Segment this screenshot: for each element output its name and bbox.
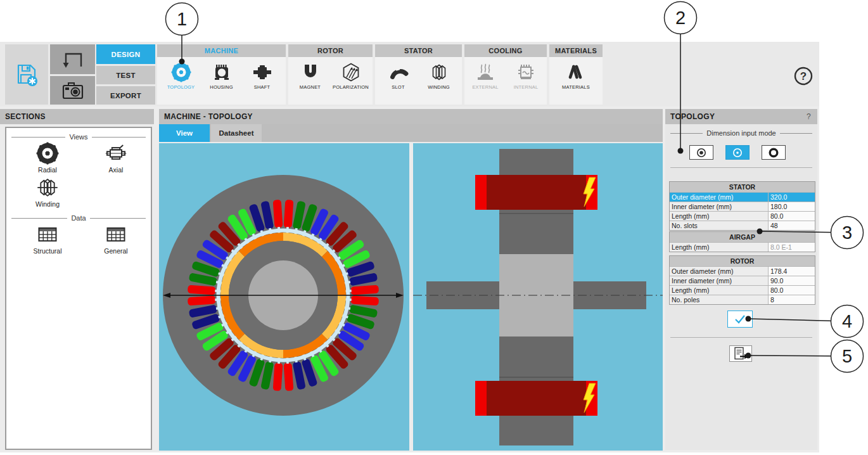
row-label: Outer diameter (mm) (670, 193, 769, 202)
radial-label: Radial (38, 166, 57, 174)
callout-number: 1 (177, 9, 187, 29)
radial-view-canvas[interactable] (159, 143, 409, 451)
table-row[interactable]: Length (mm) 80.0 (670, 211, 815, 221)
slot-icon (388, 62, 409, 82)
airgap-table-title: AIRGAP (670, 232, 815, 242)
sidebar-item-winding[interactable]: Winding (16, 176, 79, 208)
magnet-icon (300, 62, 321, 82)
sidebar-item-structural[interactable]: Structural (16, 223, 79, 255)
ribbon-group-cooling: COOLING EXTERNAL (464, 44, 547, 105)
tab-test[interactable]: TEST (96, 66, 155, 84)
sidebar-item-axial[interactable]: Axial (84, 142, 148, 174)
row-value[interactable]: 320.0 (769, 193, 815, 202)
axial-view-canvas[interactable] (413, 143, 663, 451)
winding-label: Winding (35, 200, 60, 208)
table-row[interactable]: Length (mm) 8.0 E-1 (670, 242, 815, 252)
row-value[interactable]: 8 (769, 295, 815, 304)
undo-arrow-icon (59, 49, 87, 70)
stator-yoke (499, 149, 573, 175)
tab-view[interactable]: View (159, 124, 210, 142)
rotor-table: ROTOR Outer diameter (mm) 178.4 Inner di… (669, 255, 815, 305)
row-label: Outer diameter (mm) (670, 267, 769, 276)
ribbon-group-rotor-title: ROTOR (288, 44, 373, 57)
outer-diameter-icon (768, 147, 779, 158)
callout-circle (665, 2, 697, 34)
rotor-core-axial (499, 210, 573, 254)
ribbon-item-polarization[interactable]: POLARIZATION (331, 59, 371, 90)
ribbon-group-rotor: ROTOR MAGNET POLARI (288, 44, 373, 105)
ribbon-item-slot[interactable]: SLOT (378, 59, 419, 90)
lamination-line (499, 377, 573, 378)
ribbon-group-stator-title: STATOR (375, 44, 462, 57)
stator-table-title: STATOR (670, 182, 815, 192)
row-value[interactable]: 90.0 (769, 276, 815, 285)
ribbon-item-winding[interactable]: WINDING (419, 59, 459, 90)
table-row[interactable]: Outer diameter (mm) 320.0 (670, 192, 815, 202)
svg-text:?: ? (800, 70, 807, 82)
rotor-core-axial (499, 336, 573, 381)
dimension-mode-legend: Dimension input mode (670, 129, 812, 137)
shaft-label: SHAFT (254, 84, 271, 90)
apply-button[interactable] (727, 311, 753, 328)
row-value[interactable]: 48 (769, 221, 815, 230)
tab-export[interactable]: EXPORT (96, 86, 155, 105)
row-label: No. slots (670, 221, 769, 230)
dimension-mode-inner-button[interactable] (689, 145, 713, 160)
ribbon-group-machine: MACHINE (157, 44, 286, 105)
row-label: Length (mm) (670, 243, 769, 252)
ribbon-item-magnet[interactable]: MAGNET (290, 59, 331, 90)
winding-view-icon (36, 176, 59, 199)
row-value[interactable]: 80.0 (769, 212, 815, 221)
table-row[interactable]: No. slots 48 (670, 221, 815, 230)
tab-design[interactable]: DESIGN (96, 44, 155, 64)
callout-circle (166, 3, 198, 35)
axial-label: Axial (109, 166, 124, 174)
row-value[interactable]: 180.0 (769, 202, 815, 211)
ribbon-item-materials[interactable]: MATERIALS (556, 59, 596, 90)
ribbon-item-external-cooling: EXTERNAL (465, 59, 506, 90)
export-report-button[interactable] (729, 345, 752, 362)
help-button[interactable]: ? (793, 66, 814, 86)
topology-panel-header: TOPOLOGY ? (665, 109, 817, 124)
external-cooling-icon (475, 62, 495, 82)
table-row[interactable]: Inner diameter (mm) 90.0 (670, 276, 815, 285)
row-label: Length (mm) (670, 286, 769, 295)
data-legend: Data (11, 214, 146, 222)
ribbon-item-housing[interactable]: HOUSING (201, 59, 242, 90)
tab-datasheet[interactable]: Datasheet (211, 124, 262, 142)
ribbon-item-topology[interactable]: TOPOLOGY (161, 59, 201, 90)
sidebar-item-general[interactable]: General (84, 223, 148, 255)
checkmark-icon (733, 314, 747, 325)
table-row[interactable]: Length (mm) 80.0 (670, 285, 815, 295)
dimension-mode-middle-button[interactable] (725, 145, 750, 160)
save-button[interactable] (5, 44, 48, 105)
application-window: DESIGN TEST EXPORT MACHINE (0, 0, 868, 455)
sidebar-item-radial[interactable]: Radial (16, 142, 79, 174)
camera-icon (60, 80, 86, 101)
stator-yoke (499, 416, 573, 445)
dimension-mode-outer-button[interactable] (762, 145, 786, 160)
views-legend: Views (11, 133, 146, 141)
undo-button[interactable] (50, 44, 95, 74)
sections-panel: Views (5, 127, 152, 450)
materials-icon (566, 62, 586, 82)
callout-number: 5 (842, 346, 852, 366)
magnet-label: MAGNET (300, 84, 321, 90)
row-label: Length (mm) (670, 212, 769, 221)
callout-circle (831, 305, 864, 338)
materials-label: MATERIALS (562, 84, 590, 90)
table-row[interactable]: Inner diameter (mm) 180.0 (670, 202, 815, 211)
table-row[interactable]: No. poles 8 (670, 295, 815, 304)
tab-design-label: DESIGN (112, 51, 141, 58)
ribbon-item-shaft[interactable]: SHAFT (242, 59, 283, 90)
screenshot-button[interactable] (50, 76, 95, 105)
row-value[interactable]: 178.4 (769, 267, 815, 276)
topology-panel-title: TOPOLOGY (670, 109, 715, 124)
table-row[interactable]: Outer diameter (mm) 178.4 (670, 266, 815, 276)
row-value[interactable]: 80.0 (769, 286, 815, 295)
tab-test-label: TEST (116, 72, 136, 79)
help-icon: ? (793, 66, 814, 86)
radial-view-icon (36, 142, 59, 165)
topology-help-icon[interactable]: ? (807, 109, 811, 124)
ribbon-group-machine-title: MACHINE (157, 44, 286, 57)
